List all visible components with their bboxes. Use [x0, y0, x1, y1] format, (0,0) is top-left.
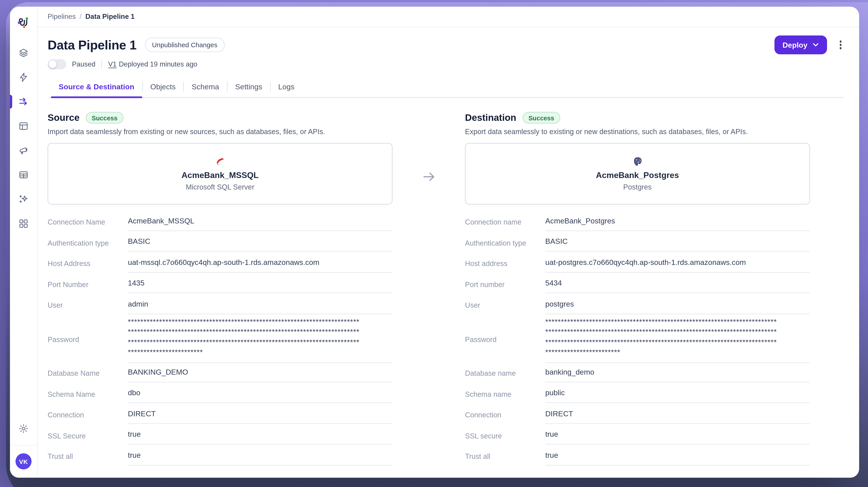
source-field-row: SSL Securetrue [48, 425, 393, 446]
destination-panel: Destination Success Export data seamless… [465, 112, 810, 478]
bolt-icon [19, 72, 29, 83]
destination-field-row: Database namebanking_demo [465, 363, 810, 384]
flow-gap [393, 112, 465, 478]
destination-field-label: Database name [465, 369, 546, 377]
paused-toggle[interactable] [48, 59, 66, 69]
source-field-row: Host Addressuat-mssql.c7o660qyc4qh.ap-so… [48, 253, 393, 274]
source-field-row: Database NameBANKING_DEMO [48, 363, 393, 384]
deploy-button[interactable]: Deploy [774, 35, 827, 54]
source-field-row: Trust alltrue [48, 446, 393, 467]
source-connector-card[interactable]: AcmeBank_MSSQL Microsoft SQL Server [48, 143, 393, 205]
more-options-menu[interactable] [837, 38, 844, 51]
status-divider [102, 60, 102, 68]
tab-logs[interactable]: Logs [271, 77, 302, 97]
source-field-row: Authentication typeBASIC [48, 232, 393, 253]
source-field-value[interactable]: dbo [128, 385, 393, 403]
sidebar-item-settings[interactable] [19, 423, 29, 436]
source-field-value[interactable]: admin [128, 296, 393, 314]
destination-field-row: Authentication typeBASIC [465, 232, 810, 253]
tab-bar: Source & DestinationObjectsSchemaSetting… [48, 77, 844, 98]
source-heading: Source [48, 112, 80, 123]
page-title: Data Pipeline 1 [48, 37, 136, 53]
sidebar-item-bolt[interactable] [18, 71, 29, 83]
destination-field-label: SSL secure [465, 432, 546, 440]
destination-field-value[interactable]: public [546, 385, 810, 403]
tab-objects[interactable]: Objects [143, 77, 183, 97]
destination-field-value[interactable]: true [546, 448, 810, 465]
destination-field-value[interactable]: postgres [546, 296, 810, 314]
destination-field-label: User [465, 301, 546, 310]
grid-icon [19, 218, 29, 229]
source-field-value[interactable]: AcmeBank_MSSQL [128, 213, 393, 231]
source-description: Import data seamlessly from existing or … [48, 127, 393, 136]
page-header: Data Pipeline 1 Unpublished Changes Depl… [38, 27, 859, 98]
destination-field-label: Connection name [465, 218, 546, 226]
source-field-label: Password [48, 335, 128, 344]
app-window: VK Pipelines / Data Pipeline 1 Data Pipe… [10, 7, 859, 478]
chevron-down-icon [812, 43, 818, 47]
destination-field-row: Password********************************… [465, 316, 810, 363]
layout-icon [19, 121, 29, 131]
source-field-value[interactable]: DIRECT [128, 406, 393, 424]
source-field-label: Host Address [48, 260, 128, 268]
gear-icon [19, 423, 29, 434]
source-field-value[interactable]: BANKING_DEMO [128, 365, 393, 382]
sidebar-item-apps[interactable] [18, 218, 29, 229]
destination-field-value[interactable]: banking_demo [546, 365, 810, 382]
sidebar-active-indicator [10, 95, 12, 109]
destination-field-value[interactable]: BASIC [546, 234, 810, 252]
sidebar-item-tables[interactable] [18, 169, 29, 180]
source-field-row: Connection NameAcmeBank_MSSQL [48, 212, 393, 232]
sidebar-item-dashboard[interactable] [18, 120, 29, 132]
sidebar-item-layers[interactable] [18, 47, 29, 58]
source-panel: Source Success Import data seamlessly fr… [48, 112, 393, 478]
tab-settings[interactable]: Settings [227, 77, 270, 97]
page-background: VK Pipelines / Data Pipeline 1 Data Pipe… [0, 0, 868, 487]
destination-field-value[interactable]: uat-postgres.c7o660qyc4qh.ap-south-1.rds… [546, 255, 810, 273]
destination-description: Export data seamlessly to existing or ne… [465, 127, 810, 136]
source-field-value[interactable]: BASIC [128, 234, 393, 252]
sidebar-item-announcements[interactable] [18, 145, 29, 156]
password-masked-line: ****************************************… [128, 327, 393, 337]
source-field-row: Password********************************… [48, 316, 393, 363]
source-field-label: Database Name [48, 369, 128, 377]
destination-fields: Connection nameAcmeBank_PostgresAuthenti… [465, 212, 810, 467]
source-field-label: Schema Name [48, 390, 128, 398]
version-link[interactable]: V1 [108, 60, 117, 68]
sidebar: VK [10, 7, 38, 478]
source-field-value[interactable]: 1435 [128, 276, 393, 293]
tab-schema[interactable]: Schema [184, 77, 227, 97]
deployed-text: Deployed 19 minutes ago [119, 60, 197, 68]
destination-field-row: Trust alltrue [465, 446, 810, 467]
unpublished-changes-badge: Unpublished Changes [145, 38, 224, 52]
source-fields: Connection NameAcmeBank_MSSQLAuthenticat… [48, 212, 393, 467]
destination-field-row: Schema namepublic [465, 384, 810, 404]
breadcrumb-separator: / [80, 13, 82, 21]
postgres-icon [632, 156, 643, 167]
destination-field-value[interactable]: AcmeBank_Postgres [546, 213, 810, 231]
paused-label: Paused [72, 60, 95, 68]
destination-field-row: Connection nameAcmeBank_Postgres [465, 212, 810, 232]
destination-field-value[interactable]: true [546, 427, 810, 445]
sidebar-nav [18, 47, 29, 229]
source-field-value[interactable]: uat-mssql.c7o660qyc4qh.ap-south-1.rds.am… [128, 255, 393, 273]
breadcrumb-root[interactable]: Pipelines [48, 13, 76, 21]
destination-connection-name: AcmeBank_Postgres [596, 170, 679, 180]
source-field-value[interactable]: true [128, 448, 393, 465]
destination-field-value[interactable]: 5434 [546, 276, 810, 293]
pipeline-arrows-icon [19, 96, 29, 107]
app-logo-icon[interactable] [17, 16, 30, 29]
destination-connector-card[interactable]: AcmeBank_Postgres Postgres [465, 143, 810, 205]
destination-field-value[interactable]: ****************************************… [546, 316, 810, 363]
source-field-value[interactable]: true [128, 427, 393, 445]
source-field-value[interactable]: ****************************************… [128, 316, 393, 363]
breadcrumb: Pipelines / Data Pipeline 1 [38, 7, 859, 27]
mssql-icon [215, 156, 226, 167]
sidebar-item-pipelines[interactable] [18, 96, 29, 107]
sidebar-item-ai[interactable] [18, 194, 29, 205]
source-field-label: Authentication type [48, 239, 128, 247]
destination-field-value[interactable]: DIRECT [546, 406, 810, 424]
tab-source-destination[interactable]: Source & Destination [51, 77, 142, 97]
destination-field-label: Schema name [465, 390, 546, 398]
user-avatar[interactable]: VK [16, 453, 32, 469]
